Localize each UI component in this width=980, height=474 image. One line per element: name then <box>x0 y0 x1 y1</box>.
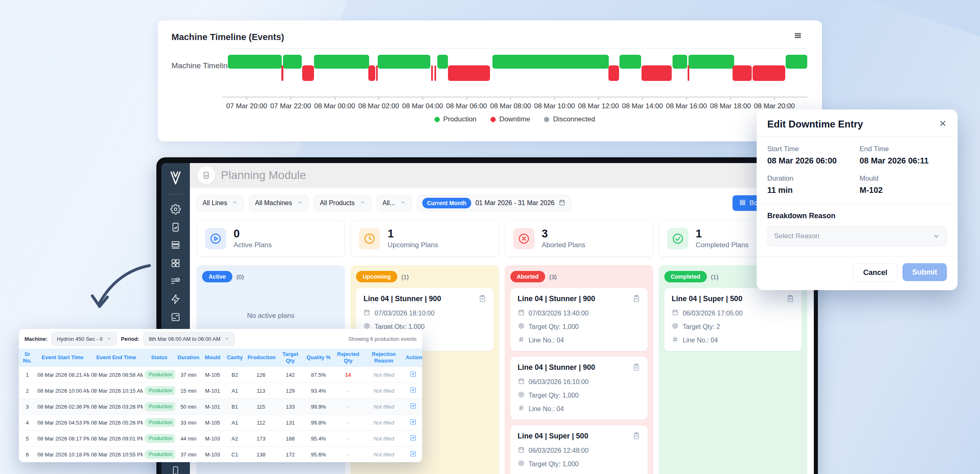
plan-card-title: Line 04 | Stunner | 900 <box>518 363 595 372</box>
close-icon[interactable] <box>939 119 947 129</box>
filter-dropdown-1[interactable]: All Machines <box>249 195 309 211</box>
breakdown-reason-label: Breakdown Reason <box>767 212 947 220</box>
downtime-segment[interactable] <box>753 65 785 81</box>
machine-select[interactable]: Hydron 450 Sec - II <box>51 332 117 346</box>
legend-label: Downtime <box>499 115 530 123</box>
chevron-down-icon <box>297 199 303 207</box>
column-count: (1) <box>711 273 718 280</box>
sidebar-item-doc-icon[interactable] <box>170 312 181 322</box>
table-cell: 87.5% <box>304 367 332 383</box>
clipboard-icon[interactable] <box>633 363 640 373</box>
table-cell: Production <box>143 367 175 383</box>
cancel-button[interactable]: Cancel <box>853 263 898 282</box>
table-cell <box>404 431 422 447</box>
sidebar-item-phone-icon[interactable] <box>170 466 181 474</box>
downtime-segment[interactable] <box>302 65 314 81</box>
downtime-segment[interactable] <box>376 65 378 81</box>
table-cell: M-103 <box>202 447 224 463</box>
plan-card[interactable]: Line 04 | Super | 50006/03/2026 12:48:00… <box>510 425 648 474</box>
table-cell <box>404 415 422 431</box>
downtime-segment[interactable] <box>281 65 283 81</box>
table-cell: 133 <box>276 399 304 415</box>
filter-label: All Machines <box>255 199 292 207</box>
axis-tick-label: 08 Mar 06:00 <box>446 102 487 110</box>
table-cell: 08 Mar 2026 08:58 AM <box>89 367 143 383</box>
axis-tick <box>467 97 467 100</box>
edit-icon[interactable] <box>410 450 416 458</box>
production-segment[interactable] <box>673 55 687 69</box>
production-segment[interactable] <box>688 55 734 69</box>
plan-line-no: Line No.: 04 <box>683 337 718 344</box>
production-segment[interactable] <box>437 55 448 69</box>
production-segment[interactable] <box>786 55 807 69</box>
table-cell: 08 Mar 2026 10:18 PM <box>36 447 89 463</box>
sidebar-item-list-check-icon[interactable] <box>170 276 181 286</box>
plan-card[interactable]: Line 04 | Super | 50006/03/2026 17:05:00… <box>664 288 802 351</box>
module-header-icon <box>197 166 215 184</box>
date-range-filter[interactable]: Current Month01 Mar 2026 - 31 Mar 2026 <box>417 195 571 211</box>
filter-label: All... <box>383 199 395 207</box>
sidebar-item-gear-icon[interactable] <box>170 204 181 215</box>
production-segment[interactable] <box>314 55 369 69</box>
production-segment[interactable] <box>283 55 302 69</box>
status-badge: Production <box>145 386 175 395</box>
table-cell: 138 <box>246 447 276 463</box>
production-segment[interactable] <box>228 55 282 69</box>
stats-row: 0Active Plans1Upcoming Plans3Aborted Pla… <box>196 220 807 257</box>
production-segment[interactable] <box>378 55 430 69</box>
filter-dropdown-3[interactable]: All... <box>376 195 412 211</box>
sidebar-item-bolt-icon[interactable] <box>170 294 181 304</box>
clipboard-icon[interactable] <box>479 295 486 304</box>
plan-card-title: Line 04 | Stunner | 900 <box>363 295 441 303</box>
downtime-segment[interactable] <box>434 65 436 81</box>
plan-line-no: Line No.: 04 <box>529 337 564 344</box>
target-icon <box>672 322 679 331</box>
period-select[interactable]: 8th Mar 06:00 AM to 06:00 AM <box>143 332 235 346</box>
production-segment[interactable] <box>492 55 609 69</box>
timeline-track[interactable] <box>222 55 807 81</box>
events-table-toolbar: Machine: Hydron 450 Sec - II Period: 8th… <box>19 329 422 349</box>
edit-icon[interactable] <box>410 387 416 395</box>
app-logo-icon[interactable] <box>167 170 184 188</box>
edit-icon[interactable] <box>410 418 416 427</box>
table-cell: 126 <box>246 367 276 383</box>
table-cell: 93.4% <box>304 383 332 399</box>
submit-button[interactable]: Submit <box>902 263 947 281</box>
downtime-segment[interactable] <box>641 65 671 81</box>
clipboard-icon[interactable] <box>786 295 794 304</box>
table-cell: Production <box>143 415 175 431</box>
edit-icon[interactable] <box>410 402 416 411</box>
breakdown-reason-select[interactable]: Select Reason <box>767 226 947 246</box>
plan-card[interactable]: Line 04 | Stunner | 90006/03/2026 16:10:… <box>510 357 648 420</box>
downtime-segment[interactable] <box>368 65 375 81</box>
edit-icon[interactable] <box>410 434 416 443</box>
downtime-segment[interactable] <box>448 65 490 81</box>
filter-dropdown-0[interactable]: All Lines <box>196 195 244 211</box>
table-cell: 15 min <box>175 383 201 399</box>
sidebar-item-server-icon[interactable] <box>170 240 181 250</box>
status-badge: Production <box>145 402 175 411</box>
table-cell: 173 <box>246 431 276 447</box>
clipboard-icon[interactable] <box>633 295 640 304</box>
table-cell: Not filled <box>364 399 404 415</box>
table-cell: 5 <box>19 431 36 447</box>
filter-dropdown-2[interactable]: All Products <box>314 195 371 211</box>
table-row: 408 Mar 2026 04:53 PM08 Mar 2026 05:26 P… <box>19 415 422 431</box>
hamburger-menu-icon[interactable] <box>793 31 802 42</box>
downtime-segment[interactable] <box>608 65 619 81</box>
production-segment[interactable] <box>619 55 641 69</box>
table-cell: 95.4% <box>304 431 332 447</box>
annotation-arrow <box>89 261 158 320</box>
axis-tick <box>379 97 379 100</box>
table-cell <box>404 399 422 415</box>
clipboard-icon[interactable] <box>633 432 640 441</box>
chevron-down-icon <box>400 199 406 207</box>
downtime-segment[interactable] <box>733 65 752 81</box>
plan-card[interactable]: Line 04 | Stunner | 90007/03/2026 13:40:… <box>510 288 648 351</box>
downtime-segment[interactable] <box>688 65 689 81</box>
edit-icon[interactable] <box>410 371 416 379</box>
sidebar-item-tablet-icon[interactable] <box>170 222 181 233</box>
downtime-segment[interactable] <box>431 65 433 81</box>
sidebar-item-grid-icon[interactable] <box>170 258 181 268</box>
play-circle-icon <box>205 228 226 249</box>
